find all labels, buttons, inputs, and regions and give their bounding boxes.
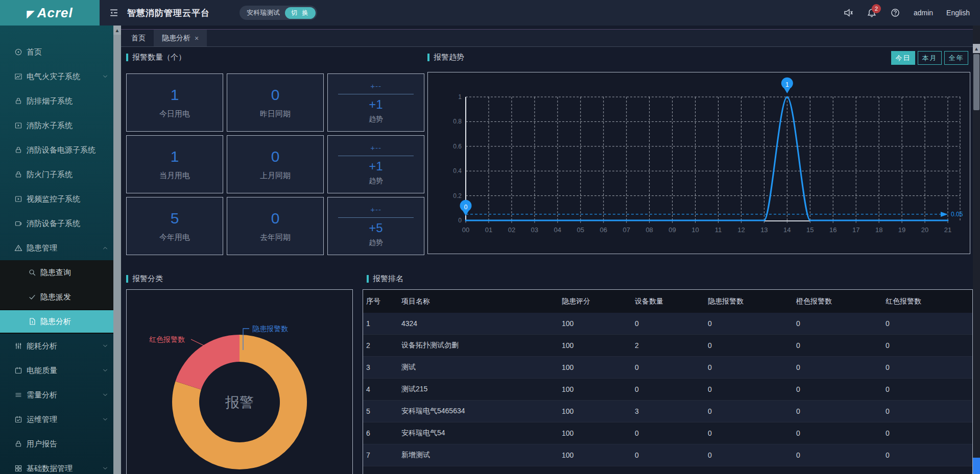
svg-text:09: 09 [668, 226, 676, 234]
sidebar-item-electrical-fire[interactable]: 电气火灾子系统 [0, 64, 113, 89]
scroll-up-icon[interactable]: ▲ [973, 44, 980, 53]
svg-text:红色报警数: 红色报警数 [149, 335, 185, 343]
stat-value: 0 [271, 148, 280, 165]
sidebar-item-video-monitor[interactable]: 视频监控子系统 [0, 187, 113, 211]
range-button-0[interactable]: 今日 [891, 51, 915, 65]
table-row[interactable]: 2设备拓扑测试勿删1002000 [363, 335, 972, 357]
svg-text:0.6: 0.6 [453, 143, 462, 150]
svg-text:16: 16 [829, 226, 836, 234]
column-header: 橙色报警数 [796, 297, 886, 306]
svg-text:11: 11 [715, 226, 722, 234]
ranking-table-header: 序号项目名称隐患评分设备数量隐患报警数橙色报警数红色报警数 [363, 290, 972, 313]
cell: 0 [708, 319, 796, 328]
sidebar-item-fire-equipment[interactable]: 消防设备子系统 [0, 211, 113, 236]
speaker-mute-icon[interactable] [843, 8, 853, 18]
lock-icon [14, 440, 22, 448]
stat-label: 去年同期 [260, 233, 291, 242]
platform-title: 智慧消防管理云平台 [127, 7, 210, 19]
sidebar-collapse-icon[interactable] [109, 8, 119, 18]
sidebar-item-hazard-management[interactable]: 隐患管理 [0, 236, 113, 260]
table-row[interactable]: 6安科瑞电气541000000 [363, 422, 972, 444]
sidebar-item-label: 电气火灾子系统 [27, 72, 102, 82]
table-row[interactable]: 143241000000 [363, 313, 972, 335]
sidebar-item-label: 需量分析 [27, 390, 102, 400]
svg-text:18: 18 [875, 226, 882, 234]
svg-text:1: 1 [785, 81, 789, 88]
svg-text:15: 15 [806, 226, 814, 234]
lock-icon [14, 146, 22, 154]
help-icon[interactable] [890, 8, 900, 18]
column-header: 序号 [366, 297, 401, 306]
sidebar-item-hazard-dispatch[interactable]: 隐患派发 [0, 285, 113, 309]
cell: 100 [562, 385, 635, 393]
column-header: 红色报警数 [886, 297, 972, 306]
column-header: 项目名称 [401, 297, 562, 306]
cell: 2 [366, 341, 401, 350]
column-header: 设备数量 [635, 297, 708, 306]
notification-bell-icon[interactable]: 2 [867, 8, 877, 18]
trend-line-chart: 00.20.40.60.8100010203040506070809101112… [428, 72, 970, 254]
current-user[interactable]: admin [914, 9, 933, 17]
sidebar-item-hazard-query[interactable]: 隐患查询 [0, 260, 113, 285]
trend-label: 趋势 [369, 177, 383, 186]
svg-text:00: 00 [462, 226, 469, 234]
column-header: 隐患报警数 [708, 297, 796, 306]
cell: 0 [886, 385, 972, 393]
sidebar-item-fire-equipment-power[interactable]: 消防设备电源子系统 [0, 138, 113, 162]
svg-text:1: 1 [458, 93, 462, 101]
table-row[interactable]: 7新增测试1000000 [363, 444, 972, 466]
cell: 0 [708, 385, 796, 393]
sidebar-item-home[interactable]: 首页 [0, 40, 113, 64]
scroll-up-icon[interactable]: ▲ [113, 26, 121, 35]
svg-text:隐患报警数: 隐患报警数 [252, 325, 288, 333]
stat-label: 当月用电 [159, 171, 190, 181]
alarm-category-title: 报警分类 [126, 274, 163, 284]
stat-value: 5 [171, 210, 179, 227]
cell: 测试215 [401, 385, 562, 394]
tab-close-icon[interactable]: × [195, 34, 199, 42]
chevron-down-icon [102, 392, 108, 398]
trend-divider [338, 94, 414, 94]
org-selector: 安科瑞测试 切 换 [240, 6, 317, 20]
tab-hazard-analysis[interactable]: 隐患分析 × [154, 30, 207, 46]
cell: 0 [886, 363, 972, 371]
svg-text:14: 14 [783, 226, 791, 234]
sidebar-item-base-data[interactable]: 基础数据管理 [0, 456, 113, 474]
range-button-1[interactable]: 本月 [918, 51, 942, 65]
range-button-2[interactable]: 全年 [944, 51, 968, 65]
sidebar-item-fire-door[interactable]: 防火门子系统 [0, 162, 113, 187]
alarm-trend-panel: 00.20.40.60.8100010203040506070809101112… [427, 72, 970, 254]
cell: 0 [886, 341, 972, 350]
sidebar-item-ops-management[interactable]: 运维管理 [0, 407, 113, 432]
sidebar-item-hazard-analysis[interactable]: 隐患分析 [0, 309, 113, 334]
stat-label: 昨日同期 [260, 109, 291, 119]
table-row[interactable]: 3测试1000000 [363, 357, 972, 379]
sidebar-item-power-quality[interactable]: 电能质量 [0, 358, 113, 383]
cell: 0 [796, 341, 886, 350]
table-row[interactable]: 4测试2151000000 [363, 379, 972, 401]
sidebar-scrollbar[interactable]: ▲ [113, 26, 121, 474]
page-scrollbar[interactable]: ▲ [973, 26, 980, 474]
language-switch[interactable]: English [946, 9, 970, 17]
stat-card-7: 0去年同期 [227, 197, 324, 255]
sidebar-item-user-report[interactable]: 用户报告 [0, 432, 113, 456]
cell: 4324 [401, 319, 562, 328]
sidebar-item-smoke-exhaust[interactable]: 防排烟子系统 [0, 89, 113, 113]
svg-text:20: 20 [921, 226, 928, 234]
sidebar-item-label: 隐患查询 [40, 268, 108, 278]
sidebar-item-energy-analysis[interactable]: 能耗分析 [0, 334, 113, 358]
sidebar-item-demand-analysis[interactable]: 需量分析 [0, 383, 113, 407]
scrollbar-bottom-thumb[interactable] [973, 458, 980, 474]
svg-text:报警: 报警 [225, 394, 254, 410]
home-icon [14, 48, 22, 56]
scrollbar-thumb[interactable] [973, 54, 979, 110]
trend-symbol: +-- [370, 143, 381, 152]
sidebar-item-label: 基础数据管理 [27, 464, 102, 473]
svg-text:17: 17 [852, 226, 859, 234]
tab-home[interactable]: 首页 [123, 30, 154, 46]
switch-org-button[interactable]: 切 换 [285, 7, 316, 19]
sidebar-item-fire-water[interactable]: 消防水子系统 [0, 113, 113, 138]
cell: 4 [366, 385, 401, 393]
svg-text:0.2: 0.2 [453, 192, 462, 199]
table-row[interactable]: 5安科瑞电气54656341003000 [363, 401, 972, 422]
